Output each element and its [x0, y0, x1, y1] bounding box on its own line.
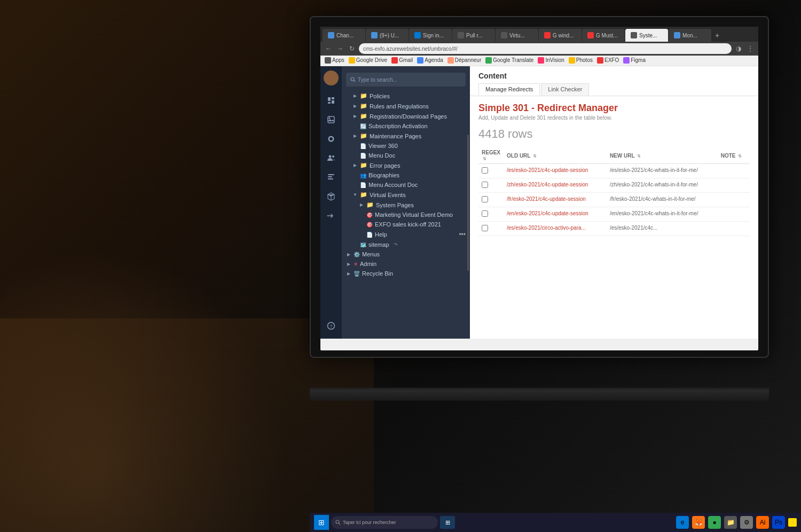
taskbar-search[interactable]: Taper ici pour rechercher [331, 516, 438, 529]
tab-notifications[interactable]: (9+) U... [366, 29, 409, 42]
edge-icon[interactable]: e [676, 516, 689, 529]
bookmark-label: Gmail [399, 57, 413, 63]
regex-checkbox[interactable] [482, 210, 488, 217]
bookmark-depanneur[interactable]: Dépanneur [447, 57, 481, 64]
sidebar-icon-users[interactable] [323, 150, 340, 167]
regex-checkbox[interactable] [482, 225, 488, 231]
tab-signin[interactable]: Sign in... [409, 29, 452, 42]
illustrator-icon[interactable]: Ai [756, 516, 769, 529]
refresh-button[interactable]: ↻ [347, 44, 357, 53]
tree-item-maintenance[interactable]: ▶ 📁 Maintenance Pages [342, 131, 470, 141]
sidebar-icon-forms[interactable] [323, 169, 340, 186]
svg-rect-2 [328, 102, 331, 104]
content-body: Simple 301 - Redirect Manager Add, Updat… [470, 96, 758, 339]
forward-button[interactable]: → [335, 44, 345, 53]
system-icon[interactable]: ⚙ [740, 516, 753, 529]
new-tab-button[interactable]: + [712, 29, 723, 42]
arrow-icon: ▶ [352, 93, 358, 99]
bookmark-figma[interactable]: Figma [623, 57, 646, 64]
tree-item-recycle[interactable]: ▶ 🗑️ Recycle Bin [342, 269, 470, 278]
tree-item-virtualevents[interactable]: ▼ 📁 Virtual Events [342, 190, 470, 200]
regex-checkbox[interactable] [482, 182, 488, 188]
user-avatar[interactable] [324, 71, 339, 85]
sidebar-icon-content[interactable] [323, 92, 340, 109]
old-url[interactable]: /es/esko-2021/c4c-update-session [507, 167, 588, 173]
search-box[interactable]: Type to search... [346, 73, 466, 87]
tab-pull[interactable]: Pull r... [452, 29, 495, 42]
tree-scrollbar[interactable] [467, 135, 469, 271]
tree-item-rules[interactable]: ▶ 📁 Rules and Regulations [342, 101, 470, 111]
search-icon [335, 520, 341, 525]
start-button[interactable]: ⊞ [314, 515, 329, 530]
tree-item-policies[interactable]: ▶ 📁 Policies [342, 91, 470, 101]
back-button[interactable]: ← [324, 44, 333, 53]
invision-icon [538, 57, 544, 64]
bookmark-exfo[interactable]: EXFO [597, 57, 619, 64]
context-menu-icon[interactable]: ••• [459, 231, 466, 238]
sidebar-icon-media[interactable] [323, 111, 340, 128]
tree-item-sitemap[interactable]: ▶ 🗺️ sitemap ↷ [342, 240, 470, 249]
bookmark-apps[interactable]: Apps [325, 57, 344, 64]
tab-virtual[interactable]: Virtu... [496, 29, 538, 42]
tree-item-admin[interactable]: ▶ ✕ Admin [342, 259, 470, 269]
tab-favicon [674, 32, 680, 38]
old-url[interactable]: /es/esko-2021/circo-activo-para... [507, 225, 586, 231]
tab-link-checker[interactable]: Link Checker [541, 83, 589, 96]
bookmark-drive[interactable]: Google Drive [349, 57, 387, 64]
sidebar-icon-packages[interactable] [323, 188, 340, 205]
tree-item-marketing-event[interactable]: ▶ 🎯 Marketing Virtual Event Demo [342, 210, 470, 220]
bookmark-agenda[interactable]: Agenda [417, 57, 443, 64]
tree-label: EXFO sales kick-off 2021 [375, 221, 441, 228]
bookmark-photos[interactable]: Photos [569, 57, 593, 64]
tree-item-menus[interactable]: ▶ ⚙️ Menus [342, 249, 470, 259]
svg-text:?: ? [329, 324, 332, 329]
extensions-button[interactable]: ◑ [734, 44, 743, 53]
sidebar-icon-help[interactable]: ? [323, 317, 340, 334]
content-tabs: Manage Redirects Link Checker [478, 83, 750, 96]
bookmark-invision[interactable]: InVision [538, 57, 564, 64]
tab-music[interactable]: G Must... [582, 29, 625, 42]
tree-item-menudoc[interactable]: ▶ 📄 Menu Doc [342, 151, 470, 160]
svg-rect-9 [328, 176, 332, 177]
sidebar-icon-redirect[interactable] [323, 207, 340, 224]
photoshop-icon[interactable]: Ps [772, 516, 785, 529]
depanneur-icon [447, 57, 454, 64]
old-url[interactable]: /zh/esko-2021/c4c-update-session [507, 182, 588, 187]
tree-item-biographies[interactable]: ▶ 👥 Biographies [342, 170, 470, 180]
tree-item-viewer360[interactable]: ▶ 📄 Viewer 360 [342, 141, 470, 151]
explorer-icon[interactable]: 📁 [724, 516, 737, 529]
regex-checkbox[interactable] [482, 196, 488, 202]
photos-icon [569, 57, 575, 64]
old-url[interactable]: /fr/esko-2021/c4c-update-session [507, 196, 586, 202]
tab-label: Chan... [336, 33, 354, 38]
bookmark-gmail[interactable]: Gmail [391, 57, 413, 64]
svg-point-5 [329, 118, 331, 119]
old-url[interactable]: /en/esko-2021/c4c-update-session [507, 210, 588, 216]
chrome-icon[interactable]: ● [708, 516, 721, 529]
code-icon[interactable]: ⚡ [788, 518, 797, 527]
tree-item-subscription[interactable]: ▶ 🔄 Subscription Activation [342, 121, 470, 131]
tree-item-menuaccount[interactable]: ▶ 📄 Menu Account Doc [342, 180, 470, 190]
firefox-icon[interactable]: 🦊 [692, 516, 705, 529]
tree-item-exfo-kickoff[interactable]: ▶ 🎯 EXFO sales kick-off 2021 [342, 220, 470, 229]
tree-item-registration[interactable]: ▶ 📁 Registration/Download Pages [342, 111, 470, 121]
tab-manage-redirects[interactable]: Manage Redirects [478, 83, 540, 96]
task-view-button[interactable]: ⊞ [440, 516, 455, 529]
regex-checkbox[interactable] [482, 167, 488, 174]
tree-label: Policies [370, 93, 390, 99]
sidebar-icon-settings[interactable] [323, 130, 340, 147]
tree-item-errorpages[interactable]: ▶ 📁 Error pages [342, 160, 470, 170]
tab-favicon [458, 32, 464, 38]
browser-tabs: Chan... (9+) U... Sign in... Pull r... [320, 27, 758, 42]
tree-item-help[interactable]: ▶ 📄 Help ••• [342, 229, 470, 240]
tree-item-systempages[interactable]: ▶ 📁 System Pages [342, 200, 470, 210]
menu-button[interactable]: ⋮ [745, 44, 755, 53]
tree-label: sitemap [368, 241, 389, 248]
tab-chan[interactable]: Chan... [323, 29, 365, 42]
address-bar[interactable]: cms-exfo.azurewebsites.net/umbraco/#/ [359, 43, 732, 54]
tab-active[interactable]: Syste... [625, 29, 668, 42]
tab-mon[interactable]: Mon... [669, 29, 711, 42]
bookmark-translate[interactable]: Google Translate [485, 57, 533, 64]
tab-favicon [414, 32, 421, 38]
tab-google[interactable]: G wind... [539, 29, 582, 42]
